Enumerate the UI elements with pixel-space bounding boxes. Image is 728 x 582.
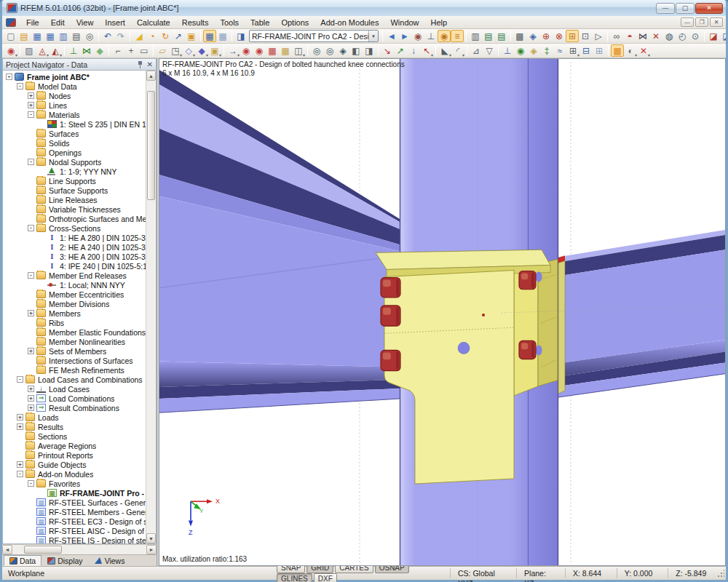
tree-vertical-scrollbar[interactable]: ▲ ▼ [146, 71, 156, 543]
tb2-icon-9[interactable]: + [124, 44, 138, 57]
tb2-icon-21[interactable]: ◫▾ [292, 44, 305, 57]
menu-insert[interactable]: Insert [99, 17, 131, 28]
tb1-icon-13[interactable]: ↗ [172, 30, 185, 42]
tree-item-member-nonlinearities[interactable]: Member Nonlinearities [4, 337, 146, 346]
tree-expander-icon[interactable]: + [28, 102, 34, 108]
tb2-icon-41[interactable]: ⊟ [579, 44, 593, 57]
tb2-icon-26[interactable]: ◨ [363, 44, 376, 57]
tree-item-rf-steel-aisc-design-of-steel[interactable]: ▦RF-STEEL AISC - Design of steel [4, 526, 146, 535]
tree-item-guide-objects[interactable]: +Guide Objects [4, 460, 146, 469]
tb2-icon-37[interactable]: ◈ [527, 44, 540, 57]
tree-item-result-combinations[interactable]: +⇒Result Combinations [4, 403, 146, 412]
tree-item-variable-thicknesses[interactable]: Variable Thicknesses [4, 204, 146, 214]
tree-item-members[interactable]: +Members [4, 308, 146, 318]
tree-item-rf-steel-is-design-of-steel-me[interactable]: ▦RF-STEEL IS - Design of steel me [4, 535, 146, 543]
tb1-icon-41[interactable]: ◪ [707, 30, 720, 42]
tb1-icon-12[interactable]: ↻ [159, 30, 172, 42]
tree-expander-icon[interactable]: - [28, 272, 34, 279]
vscroll-thumb[interactable] [147, 91, 155, 200]
tb2-icon-29[interactable]: ↓ [407, 44, 420, 57]
hscroll-thumb[interactable] [24, 546, 62, 554]
tree-item-favorites[interactable]: -Favorites [4, 479, 146, 488]
tb2-icon-42[interactable]: ⊞ [593, 44, 606, 57]
tree-item-line-releases[interactable]: Line Releases [4, 195, 146, 204]
tb2-icon-40[interactable]: ⊞▾ [566, 44, 579, 57]
close-button[interactable]: ✕ [695, 3, 723, 14]
menu-results[interactable]: Results [176, 17, 215, 28]
tb1-icon-2[interactable]: ▤ [17, 30, 31, 42]
menu-calculate[interactable]: Calculate [131, 17, 176, 28]
tb2-icon-8[interactable]: ⌐ [111, 44, 124, 57]
tb2-icon-19[interactable]: ▦ [266, 44, 279, 57]
scroll-left-arrow[interactable]: ◄ [2, 545, 12, 554]
tree-item-member-elastic-foundations[interactable]: Member Elastic Foundations [4, 327, 146, 337]
tb1-icon-32[interactable]: ⊡ [579, 30, 592, 42]
tree-item-3-he-a-200-din-1025-3-199[interactable]: I3: HE A 200 | DIN 1025-3:199 [4, 252, 146, 261]
tree-item-loads[interactable]: +Loads [4, 412, 146, 422]
tree-item-1-steel-s-235-din-en-1993-1[interactable]: 1: Steel S 235 | DIN EN 1993-1 [4, 119, 146, 129]
tree-item-rf-steel-members-general-st[interactable]: ▦RF-STEEL Members - General st [4, 507, 146, 517]
tree-item-sets-of-members[interactable]: +Sets of Members [4, 346, 146, 356]
tb2-icon-14[interactable]: ◆▾ [195, 44, 208, 57]
maximize-button[interactable]: ▢ [676, 3, 695, 14]
tb1-icon-19[interactable]: ► [398, 30, 411, 42]
tab-display[interactable]: Display [41, 555, 88, 566]
tree-item-openings[interactable]: Openings [4, 148, 146, 157]
tree-expander-icon[interactable]: - [17, 83, 23, 89]
tb1-icon-6[interactable]: ▤ [70, 30, 83, 42]
toggle-glines[interactable]: GLINES [277, 573, 312, 582]
tree-item-orthotropic-surfaces-and-memb[interactable]: Orthotropic Surfaces and Memb [4, 214, 146, 223]
menu-help[interactable]: Help [425, 17, 454, 28]
tb1-icon-14[interactable]: ▣ [185, 30, 198, 42]
tb2-icon-39[interactable]: ≈ [553, 44, 566, 57]
toggle-dxf[interactable]: DXF [314, 573, 337, 582]
menu-options[interactable]: Options [275, 17, 314, 28]
tree-item-solids[interactable]: Solids [4, 138, 146, 148]
tree-item-results[interactable]: +Results [4, 422, 146, 431]
tree-item-1-he-a-280-din-1025-3-199[interactable]: I1: HE A 280 | DIN 1025-3:199 [4, 233, 146, 242]
tb1-icon-18[interactable]: ◄ [385, 30, 398, 42]
tree-expander-icon[interactable]: + [17, 423, 23, 430]
tb2-icon-22[interactable]: ◎ [310, 44, 323, 57]
tree-item-load-cases[interactable]: +↓Load Cases [4, 384, 146, 394]
tree-item-surfaces[interactable]: Surfaces [4, 129, 146, 138]
tree-expander-icon[interactable]: - [17, 376, 23, 383]
menu-file[interactable]: File [20, 17, 45, 28]
tree-expander-icon[interactable]: - [28, 111, 34, 118]
tb1-icon-36[interactable]: ⋈ [636, 30, 649, 42]
menu-view[interactable]: View [71, 17, 100, 28]
tb1-icon-17[interactable]: ◨ [234, 30, 248, 42]
tb1-icon-11[interactable]: ◔ [146, 30, 159, 42]
tb2-icon-23[interactable]: ◎ [323, 44, 336, 57]
tb2-icon-1[interactable]: ◉▾ [4, 44, 17, 57]
tb2-icon-31[interactable]: ◣▾ [438, 44, 451, 57]
tb2-icon-36[interactable]: ◉ [514, 44, 527, 57]
tree-horizontal-scrollbar[interactable]: ◄ ► [2, 544, 157, 554]
tb1-icon-20[interactable]: ◉ [411, 30, 424, 42]
tb1-icon-27[interactable]: ▩ [513, 30, 526, 42]
tb1-icon-22[interactable]: ◉ [438, 30, 451, 42]
tb1-icon-29[interactable]: ⊕ [539, 30, 553, 42]
tree-item-sections[interactable]: Sections [4, 431, 146, 441]
tb2-icon-32[interactable]: ◜▾ [451, 44, 464, 57]
tree-item-surface-supports[interactable]: Surface Supports [4, 186, 146, 195]
tb2-icon-44[interactable]: ◐▾ [624, 44, 637, 57]
tree-item-2-he-a-240-din-1025-3-199[interactable]: I2: HE A 240 | DIN 1025-3:199 [4, 242, 146, 252]
tree-item-lines[interactable]: +Lines [4, 100, 146, 110]
tb1-icon-21[interactable]: ⊥ [424, 30, 438, 42]
tb2-icon-7[interactable]: ◆ [93, 44, 106, 57]
tb1-icon-40[interactable]: ⊙ [689, 30, 702, 42]
tb2-icon-2[interactable]: ▨ [23, 44, 36, 57]
tree-item-member-eccentricities[interactable]: Member Eccentricities [4, 290, 146, 299]
tb2-icon-3[interactable]: ◬▾ [36, 44, 49, 57]
tb1-icon-4[interactable]: ▦ [44, 30, 57, 42]
tree-item-add-on-modules[interactable]: -Add-on Modules [4, 469, 146, 479]
tree-item-rf-steel-ec3-design-of-steel-m[interactable]: ▦RF-STEEL EC3 - Design of steel m [4, 517, 146, 526]
tree-expander-icon[interactable]: - [28, 225, 34, 231]
tb1-icon-9[interactable]: ↷ [114, 30, 127, 42]
mdi-minimize-button[interactable]: — [681, 17, 694, 27]
tb2-icon-5[interactable]: ⊥ [67, 44, 80, 57]
menu-tools[interactable]: Tools [214, 17, 245, 28]
tree-item-load-cases-and-combinations[interactable]: -Load Cases and Combinations [4, 375, 146, 384]
tb2-icon-34[interactable]: ▽ [483, 44, 496, 57]
